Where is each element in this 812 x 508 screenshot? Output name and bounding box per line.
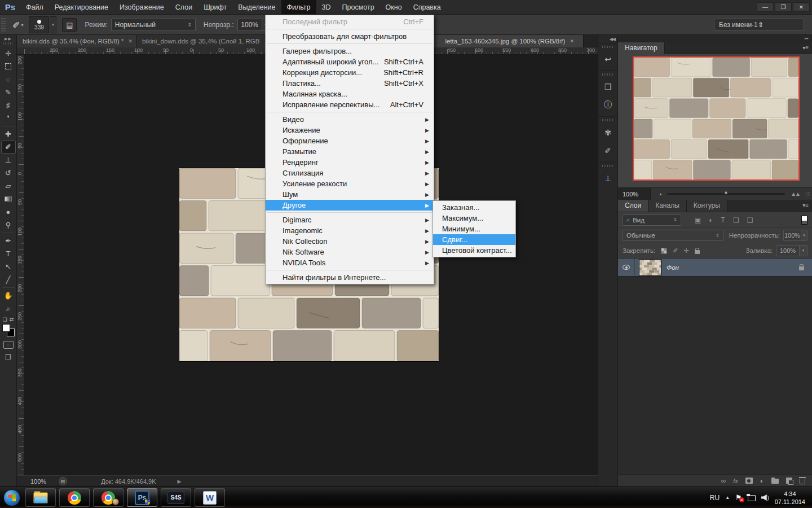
menu-window[interactable]: Окно [380,0,408,14]
status-zoom-value[interactable]: 100% [30,478,46,485]
adjustment-layer-icon[interactable]: ◐ [760,477,764,485]
menu-item-oil-paint[interactable]: Масляная краска... [266,89,434,99]
history-panel-icon[interactable]: ↩ [601,52,615,67]
fill-arrow[interactable]: ▾ [800,245,807,256]
layer-mask-icon[interactable] [745,478,753,484]
tab-close-icon[interactable]: ✕ [129,38,133,44]
hand-tool[interactable]: ✋ [1,289,16,302]
screen-mode-button[interactable]: ❐ [5,353,11,361]
close-button[interactable]: ✕ [793,2,810,12]
menu-item-offset[interactable]: Сдвиг... [433,234,515,245]
menu-filter[interactable]: Фильтр [281,0,316,14]
tray-clock[interactable]: 4:34 07.11.2014 [775,490,805,506]
lock-pixels-icon[interactable]: ✐ [673,247,678,255]
tab-bikini-down[interactable]: bikini_down.dds @ 35,4% (Слой 1, RGB [136,35,269,47]
menu-image[interactable]: Изображение [114,0,170,14]
line-tool[interactable]: ╱ [1,273,16,286]
navigator-zoom-slider[interactable]: ▲ [667,193,785,195]
new-group-icon[interactable] [771,479,779,484]
zoom-tool[interactable]: ⌕ [1,302,16,315]
menu-item-distort[interactable]: Искажение▶ [266,125,434,135]
chrome-profile-taskbar-button[interactable] [93,488,123,507]
fill-value[interactable]: 100% [776,245,800,256]
restore-button[interactable]: ❐ [775,2,792,12]
filter-toggle-switch[interactable] [801,216,807,225]
menu-item-noise[interactable]: Шум▶ [266,189,434,200]
brush-tool[interactable]: ✐ [1,141,16,154]
menu-item-convert-smart-filters[interactable]: Преобразовать для смарт-фильтров [266,31,434,42]
dodge-tool[interactable]: ⚲ [1,218,16,231]
link-layers-icon[interactable]: ∞ [721,477,726,485]
tab-paths[interactable]: Контуры [687,200,727,212]
menu-item-nik-software[interactable]: Nik Software▶ [266,247,434,257]
navigator-thumbnail[interactable] [633,56,800,181]
menu-item-imagenomic[interactable]: Imagenomic▶ [266,225,434,236]
eyedropper-tool[interactable]: ❜ [1,112,16,125]
layer-style-icon[interactable]: fx [733,478,738,484]
menu-item-liquify[interactable]: Пластика...Shift+Ctrl+X [266,78,434,89]
toggle-brush-panel-button[interactable]: ▤ [62,18,77,32]
navigator-zoom-value[interactable]: 100% [618,188,651,200]
zoom-out-mountain-icon[interactable]: ▲ [659,192,663,196]
clone-source-panel-icon[interactable]: ⊥ [601,171,615,186]
zoom-slider-thumb[interactable]: ▲ [724,190,729,195]
foreground-color-swatch[interactable] [2,324,10,332]
delete-layer-icon[interactable] [800,479,805,484]
menu-help[interactable]: Справка [408,0,447,14]
brush-settings-panel-icon[interactable]: ✐ [601,143,615,158]
menu-item-render[interactable]: Рендеринг▶ [266,157,434,168]
tab-channels[interactable]: Каналы [648,200,687,212]
explorer-taskbar-button[interactable] [25,488,56,507]
menu-item-custom[interactable]: Заказная... [433,202,515,213]
tab-close-icon[interactable]: ✕ [570,38,574,44]
brush-picker-arrow[interactable]: ▾ [50,16,56,33]
smart-object-filter-icon[interactable]: ❑ [747,216,753,224]
network-icon[interactable] [748,495,756,501]
tray-expand-icon[interactable]: ▲ [725,495,730,500]
status-options-arrow[interactable]: ▶ [178,479,182,484]
gradient-tool[interactable] [1,192,16,205]
history-brush-tool[interactable]: ↺ [1,167,16,179]
menu-item-pixelate[interactable]: Оформление▶ [266,135,434,146]
menu-item-nik-collection[interactable]: Nik Collection▶ [266,236,434,247]
layers-panel-menu-icon[interactable]: ▾≡ [802,202,809,208]
s4s-taskbar-button[interactable]: S4S [161,488,191,507]
volume-icon[interactable]: ) [761,494,769,501]
type-layer-filter-icon[interactable]: T [721,216,725,224]
quick-mask-button[interactable]: ◌ [3,341,14,349]
menu-item-video[interactable]: Видео▶ [266,114,434,125]
menu-item-high-pass[interactable]: Цветовой контраст... [433,245,515,256]
menu-item-lens-correction[interactable]: Коррекция дисторсии...Shift+Ctrl+R [266,67,434,78]
brush-preset-picker[interactable]: 339 [29,16,49,33]
brush-presets-panel-icon[interactable]: ✾ [601,125,615,140]
language-indicator[interactable]: RU [710,494,720,502]
tab-layers[interactable]: Слои [618,200,648,212]
path-selection-tool[interactable]: ↖ [1,260,16,273]
quick-selection-tool[interactable]: ✎ [1,86,16,99]
menu-item-nvidia-tools[interactable]: NVIDIA Tools▶ [266,257,434,268]
menu-select[interactable]: Выделение [232,0,281,14]
menu-item-stylize[interactable]: Стилизация▶ [266,168,434,178]
lasso-tool[interactable]: ◌ [1,73,16,86]
menu-item-blur[interactable]: Размытие▶ [266,146,434,157]
layer-row[interactable]: Фон [618,259,812,277]
properties-panel-icon[interactable]: ❒ [601,80,615,94]
move-tool[interactable]: ✛ [1,47,16,60]
layer-thumbnail[interactable] [639,260,661,275]
layer-opacity-arrow[interactable]: ▾ [801,230,807,241]
layer-filter-select[interactable]: ⌕ Вид ⇕ [623,214,681,226]
photoshop-taskbar-button[interactable]: Ps [127,488,157,507]
menu-item-adaptive-wide-angle[interactable]: Адаптивный широкий угол...Shift+Ctrl+A [266,56,434,67]
menu-edit[interactable]: Редактирование [49,0,114,14]
menu-item-sharpen[interactable]: Усиление резкости▶ [266,178,434,189]
expand-panels-icon[interactable]: ◀◀ [598,35,617,43]
zoom-in-mountain-icon[interactable]: ▲▲ [791,191,800,197]
menu-item-filter-gallery[interactable]: Галерея фильтров... [266,46,434,56]
default-colors-icon[interactable]: ❏ [3,317,7,322]
menu-file[interactable]: Файл [20,0,49,14]
eraser-tool[interactable]: ▱ [1,179,16,192]
action-center-flag-icon[interactable]: ⚑✕ [735,493,742,502]
layer-blend-mode-select[interactable]: Обычные ⇕ [623,230,723,241]
workspace-select[interactable]: Без имени-1 ⇕ [714,19,804,31]
tab-bikini[interactable]: bikini.dds @ 35,4% (Фон, RGB/8) *✕ [17,35,136,47]
